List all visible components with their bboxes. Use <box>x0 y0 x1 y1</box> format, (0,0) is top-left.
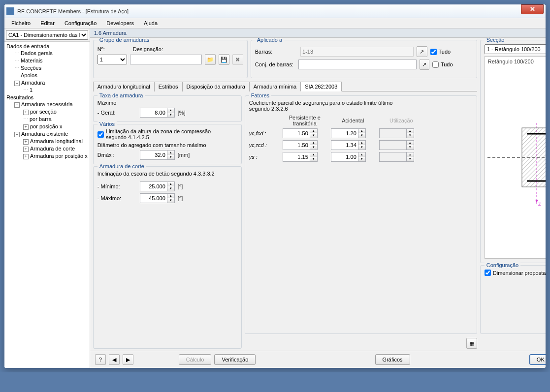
tree-dados-entrada[interactable]: Dados de entrada <box>5 43 89 50</box>
group-aplicado: Aplicado a Barras: ↗ Tudo Conj. de barra… <box>251 40 477 78</box>
tree-arm-necessaria[interactable]: −Armadura necessária <box>5 101 89 108</box>
tree-por-seccao[interactable]: +por secção <box>5 108 89 116</box>
app-icon <box>6 7 14 15</box>
tab-estribos[interactable]: Estribos <box>154 82 183 91</box>
tab-sia-262[interactable]: SIA 262:2003 <box>300 82 342 91</box>
tree-arm-corte[interactable]: +Armadura de corte <box>5 145 89 152</box>
menu-ficheiro[interactable]: Ficheiro <box>8 19 33 27</box>
next-icon[interactable]: ▶ <box>123 354 133 365</box>
sidebar: CA1 - Dimensionamento das bar Dados de e… <box>4 29 90 368</box>
yc-tcd-pers[interactable]: ▲▼ <box>283 140 327 150</box>
yc-fcd-pers[interactable]: ▲▼ <box>283 128 327 138</box>
delete-icon[interactable]: ✖ <box>232 54 243 65</box>
close-button[interactable]: ✕ <box>521 4 544 14</box>
design-input[interactable] <box>130 55 202 64</box>
menu-configuracao[interactable]: Configuração <box>62 19 99 27</box>
tudo-conj-check[interactable]: Tudo <box>432 61 473 68</box>
conj-input[interactable] <box>298 60 417 69</box>
tree-resultados[interactable]: Resultados <box>5 94 89 101</box>
group-seccao: Secção 1 - Retângulo 100/200 Retângulo 1… <box>480 40 546 263</box>
section-svg: y z <box>487 108 546 207</box>
folder-icon[interactable]: 📁 <box>205 54 216 65</box>
tab-armadura-minima[interactable]: Armadura mínima <box>249 82 301 91</box>
pick-barras-icon[interactable]: ↗ <box>417 46 427 57</box>
tudo-barras-check[interactable]: Tudo <box>430 49 473 55</box>
save-icon[interactable]: 💾 <box>219 54 229 65</box>
limitacao-check[interactable]: Limitação da altura da zona de compressã… <box>97 128 237 140</box>
help-icon[interactable]: ? <box>95 354 106 365</box>
menu-ajuda[interactable]: Ajuda <box>141 19 161 27</box>
tree-materiais[interactable]: ⋯Materiais <box>5 57 89 64</box>
calculo-button[interactable]: Cálculo <box>179 354 212 365</box>
group-grupo-armaduras: Grupo de armaduras Nº: Designação: 1 📁 💾 <box>93 40 248 78</box>
barras-input <box>300 47 414 57</box>
tree-arm-longitudinal[interactable]: +Armadura longitudinal <box>5 138 89 145</box>
ys-acid[interactable]: ▲▼ <box>331 152 375 162</box>
tab-armadura-longitudinal[interactable]: Armadura longitudinal <box>93 82 155 91</box>
verificacao-button[interactable]: Verificação <box>214 354 256 365</box>
group-varios: Vários Limitação da altura da zona de co… <box>93 124 242 164</box>
min-spin[interactable]: ▲▼ <box>140 181 175 191</box>
yc-fcd-util: ▲▼ <box>379 128 423 138</box>
page-title: 1.6 Armadura <box>90 29 546 38</box>
tree-seccoes[interactable]: ⋯Secções <box>5 64 89 72</box>
ys-pers[interactable]: ▲▼ <box>283 152 327 162</box>
svg-rect-3 <box>522 128 546 187</box>
section-preview: Retângulo 100/200 y <box>485 56 546 259</box>
svg-text:z: z <box>538 201 541 207</box>
menu-developers[interactable]: Developers <box>103 19 137 27</box>
ys-util: ▲▼ <box>379 152 423 162</box>
yc-fcd-acid[interactable]: ▲▼ <box>331 128 375 138</box>
dim-check[interactable]: Dimensionar proposta de armadura <box>485 270 546 276</box>
tree-apoios[interactable]: ⋯Apoios <box>5 72 89 79</box>
tree: Dados de entrada ⋯Dados gerais ⋯Materiai… <box>4 42 90 368</box>
tree-arm-existente[interactable]: −Armadura existente <box>5 130 89 138</box>
group-corte: Armadura de corte Inclinação da escora d… <box>93 166 242 349</box>
tree-por-posicao-x[interactable]: +por posição x <box>5 123 89 130</box>
tree-armadura[interactable]: −Armadura <box>5 79 89 87</box>
tabs: Armadura longitudinal Estribos Disposiçã… <box>93 81 477 91</box>
window-title: RF-CONCRETE Members - [Estrutura de Aço] <box>17 8 521 14</box>
tree-armadura-1[interactable]: ⋯1 <box>5 87 89 94</box>
dmax-spin[interactable]: ▲▼ <box>140 150 175 160</box>
ok-button[interactable]: OK <box>529 354 546 365</box>
group-fatores: Fatores Coeficiente parcial de segurança… <box>245 95 477 334</box>
pick-conj-icon[interactable]: ↗ <box>420 59 429 70</box>
titlebar: RF-CONCRETE Members - [Estrutura de Aço]… <box>4 4 546 18</box>
max-spin[interactable]: ▲▼ <box>140 193 175 203</box>
menu-editar[interactable]: Editar <box>37 19 58 27</box>
tab-disposicao[interactable]: Disposição da armadura <box>182 82 250 91</box>
tree-arm-por-posicao-x[interactable]: +Armadura por posição x <box>5 152 89 160</box>
prev-icon[interactable]: ◀ <box>109 354 120 365</box>
seccao-select[interactable]: 1 - Retângulo 100/200 <box>485 44 546 54</box>
yc-tcd-acid[interactable]: ▲▼ <box>331 140 375 150</box>
geral-spin[interactable]: ▲▼ <box>140 108 175 118</box>
case-select[interactable]: CA1 - Dimensionamento das bar <box>6 30 88 40</box>
menubar: Ficheiro Editar Configuração Developers … <box>4 18 546 29</box>
yc-tcd-util: ▲▼ <box>379 140 423 150</box>
main: 1.6 Armadura Grupo de armaduras Nº: Desi… <box>90 29 546 368</box>
no-select[interactable]: 1 <box>97 55 127 64</box>
tree-dados-gerais[interactable]: ⋯Dados gerais <box>5 50 89 57</box>
graficos-button[interactable]: Gráficos <box>375 354 410 365</box>
group-config: Configuração Dimensionar proposta de arm… <box>480 265 546 334</box>
window: RF-CONCRETE Members - [Estrutura de Aço]… <box>4 4 546 368</box>
footer: ? ◀ ▶ Cálculo Verificação Gráficos OK Ca… <box>90 351 546 368</box>
details-icon[interactable]: ▦ <box>466 338 477 349</box>
tree-por-barra[interactable]: ⋯por barra <box>5 116 89 123</box>
group-taxa: Taxa de armadura Máximo - Geral: ▲▼ [%] <box>93 95 242 122</box>
